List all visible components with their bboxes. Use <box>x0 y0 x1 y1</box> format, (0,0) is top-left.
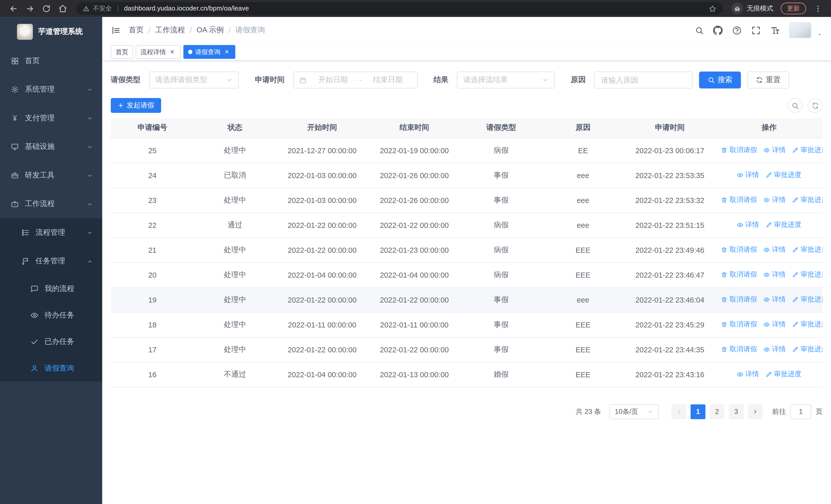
chat-icon <box>30 285 39 293</box>
logo[interactable]: 芋道管理系统 <box>0 17 103 47</box>
link-label: 详情 <box>772 295 786 304</box>
breadcrumb-item[interactable]: 工作流程 <box>155 25 185 35</box>
sidebar-item[interactable]: 工作流程 <box>0 190 103 218</box>
toggle-search-button[interactable] <box>787 98 803 113</box>
user-caret-icon[interactable] <box>816 32 823 37</box>
cancel-leave-link[interactable]: 取消请假 <box>721 295 757 304</box>
detail-link[interactable]: 详情 <box>764 145 786 155</box>
breadcrumb-item[interactable]: 首页 <box>129 25 144 35</box>
link-label: 详情 <box>772 320 786 329</box>
cell-actions: 取消请假详情审批进度 <box>716 237 823 262</box>
url-bar[interactable]: 不安全 dashboard.yudao.iocoder.cn/bpm/oa/le… <box>76 2 723 15</box>
close-tab-icon[interactable]: × <box>223 48 230 56</box>
detail-link[interactable]: 详情 <box>737 170 759 180</box>
page-button-2[interactable]: 2 <box>710 404 724 419</box>
apply-time-range-picker[interactable]: 开始日期 - 结束日期 <box>293 71 418 89</box>
detail-link[interactable]: 详情 <box>764 270 786 279</box>
fullscreen-icon[interactable] <box>751 25 761 35</box>
trash-icon <box>721 246 728 253</box>
approval-progress-link[interactable]: 审批进度 <box>765 220 801 230</box>
update-button[interactable]: 更新 <box>781 3 806 14</box>
search-icon[interactable] <box>695 26 704 35</box>
approval-progress-link[interactable]: 审批进度 <box>792 145 823 155</box>
sidebar-item[interactable]: 基础设施 <box>0 132 103 161</box>
chevron-down-icon <box>87 230 93 236</box>
goto-page-input[interactable] <box>790 404 811 419</box>
detail-link[interactable]: 详情 <box>764 320 786 329</box>
breadcrumb-item[interactable]: OA 示例 <box>197 25 224 35</box>
next-page-button[interactable] <box>748 404 763 419</box>
result-label: 结果 <box>433 75 457 85</box>
sidebar-item[interactable]: 流程管理 <box>0 218 103 247</box>
approval-progress-link[interactable]: 审批进度 <box>792 295 823 304</box>
cancel-leave-link[interactable]: 取消请假 <box>721 145 757 155</box>
pen-icon <box>792 321 799 328</box>
browser-forward-icon[interactable] <box>25 4 34 13</box>
sidebar-item[interactable]: 研发工具 <box>0 161 103 190</box>
eye-icon <box>764 271 770 278</box>
sidebar-item[interactable]: 我的流程 <box>0 276 103 302</box>
sidebar-item[interactable]: 首页 <box>0 47 103 76</box>
view-tab[interactable]: 请假查询× <box>183 45 235 59</box>
sidebar-item[interactable]: 待办任务 <box>0 302 103 328</box>
cancel-leave-link[interactable]: 取消请假 <box>721 195 757 205</box>
sidebar-item[interactable]: 系统管理 <box>0 75 103 104</box>
cell-leave-type: 事假 <box>460 287 542 312</box>
page-size-select[interactable]: 10条/页 <box>609 404 659 419</box>
approval-progress-link[interactable]: 审批进度 <box>765 369 801 379</box>
cancel-leave-link[interactable]: 取消请假 <box>721 270 757 279</box>
detail-link[interactable]: 详情 <box>764 345 786 354</box>
sidebar-item[interactable]: 支付管理 <box>0 104 103 133</box>
sidebar-item[interactable]: 已办任务 <box>0 328 103 355</box>
approval-progress-link[interactable]: 审批进度 <box>792 320 823 329</box>
font-size-icon[interactable] <box>770 25 780 35</box>
cancel-leave-link[interactable]: 取消请假 <box>721 320 757 329</box>
detail-link[interactable]: 详情 <box>764 295 786 304</box>
detail-link[interactable]: 详情 <box>764 245 786 255</box>
url-text[interactable]: dashboard.yudao.iocoder.cn/bpm/oa/leave <box>124 5 249 12</box>
bookmark-star-icon[interactable] <box>709 5 717 12</box>
cell-status: 处理中 <box>194 262 276 287</box>
github-icon[interactable] <box>713 25 723 35</box>
close-tab-icon[interactable]: × <box>169 48 176 56</box>
cancel-leave-link[interactable]: 取消请假 <box>721 345 757 354</box>
browser-menu-icon[interactable] <box>814 5 822 12</box>
table-toolbar: 发起请假 <box>111 98 823 113</box>
breadcrumb-separator: / <box>148 26 150 34</box>
approval-progress-link[interactable]: 审批进度 <box>792 195 823 205</box>
browser-reload-icon[interactable] <box>42 4 51 13</box>
approval-progress-link[interactable]: 审批进度 <box>792 345 823 354</box>
security-label[interactable]: 不安全 <box>93 4 112 13</box>
create-leave-button[interactable]: 发起请假 <box>111 98 161 113</box>
help-icon[interactable] <box>732 25 742 35</box>
detail-link[interactable]: 详情 <box>764 195 786 205</box>
page-button-3[interactable]: 3 <box>729 404 744 419</box>
sidebar-fold-icon[interactable] <box>111 25 121 35</box>
detail-link[interactable]: 详情 <box>737 369 759 379</box>
security-warning-icon[interactable] <box>83 5 90 12</box>
reset-button[interactable]: 重置 <box>747 71 789 89</box>
sidebar-item[interactable]: 请假查询 <box>0 355 103 382</box>
browser-home-icon[interactable] <box>58 4 67 13</box>
cell-apply-time: 2022-01-22 23:43:16 <box>624 362 716 387</box>
view-tab[interactable]: 首页 <box>111 45 133 59</box>
approval-progress-link[interactable]: 审批进度 <box>765 170 801 180</box>
prev-page-button[interactable] <box>671 404 686 419</box>
refresh-table-button[interactable] <box>808 98 823 113</box>
browser-back-icon[interactable] <box>9 4 18 13</box>
detail-link[interactable]: 详情 <box>737 220 759 230</box>
approval-progress-link[interactable]: 审批进度 <box>792 270 823 279</box>
cancel-leave-link[interactable]: 取消请假 <box>721 245 757 255</box>
approval-progress-link[interactable]: 审批进度 <box>792 245 823 255</box>
view-tab[interactable]: 流程详情× <box>136 45 181 59</box>
page-button-1[interactable]: 1 <box>691 404 706 419</box>
search-button[interactable]: 搜索 <box>699 71 741 89</box>
reason-input[interactable] <box>594 71 693 89</box>
result-select[interactable]: 请选择流结果 <box>457 71 555 89</box>
leave-type-select[interactable]: 请选择请假类型 <box>149 71 239 89</box>
sidebar-item-label: 已办任务 <box>45 337 74 347</box>
user-avatar[interactable] <box>789 22 811 38</box>
sidebar-item[interactable]: 任务管理 <box>0 247 103 276</box>
pen-icon <box>792 296 799 303</box>
sidebar: 芋道管理系统 首页系统管理支付管理基础设施研发工具工作流程流程管理任务管理我的流… <box>0 17 103 504</box>
